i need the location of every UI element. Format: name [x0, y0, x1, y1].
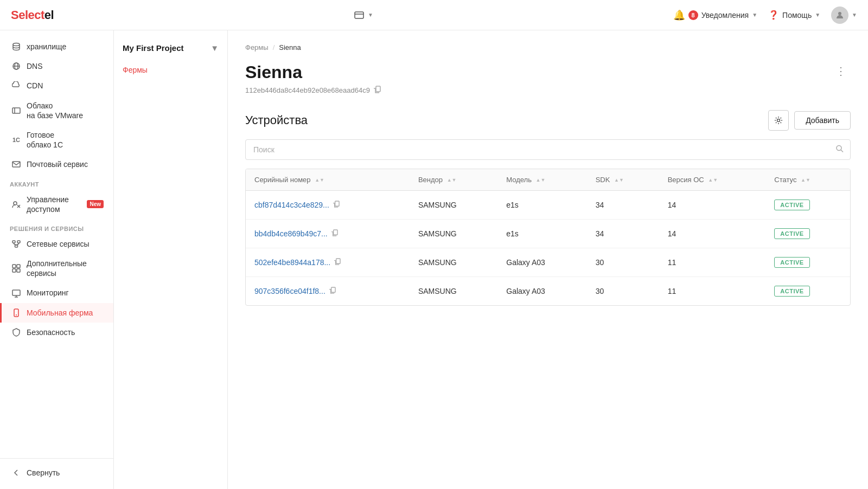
devices-title: Устройства [245, 113, 308, 127]
collapse-label: Свернуть [27, 468, 60, 478]
storage-icon [11, 42, 21, 52]
project-switcher[interactable]: ▼ [354, 10, 373, 21]
sidebar-item-mail[interactable]: Почтовый сервис [0, 155, 113, 174]
sidebar-item-monitoring[interactable]: Мониторинг [0, 283, 113, 303]
td-os-3: 11 [659, 277, 766, 306]
th-serial[interactable]: Серийный номер ▲▼ [246, 169, 410, 191]
primary-sidebar: хранилище DNS CDN Облакона базе VMware 1… [0, 30, 114, 489]
mobile-icon [11, 308, 21, 318]
sidebar-item-1c[interactable]: 1С Готовоеоблако 1С [0, 125, 113, 155]
help-chevron: ▼ [815, 12, 820, 18]
td-serial-2: 502efe4be8944a178... [246, 248, 410, 277]
sort-sdk[interactable]: ▲▼ [614, 178, 624, 183]
table-row: cbf87d414c3c4e829... SAMSUNG e1s 34 14 A… [246, 191, 850, 220]
serial-link-3[interactable]: 907c356f6ce04f1f8... [254, 287, 401, 295]
sort-status[interactable]: ▲▼ [801, 178, 810, 183]
th-os[interactable]: Версия ОС ▲▼ [659, 169, 766, 191]
network-icon [11, 239, 21, 249]
td-status-2: ACTIVE [765, 248, 850, 277]
logo[interactable]: Selectel [11, 8, 54, 22]
access-badge-new: New [87, 200, 104, 208]
th-vendor[interactable]: Вендор ▲▼ [410, 169, 497, 191]
table-row: bb4db4ce869b49c7... SAMSUNG e1s 34 14 AC… [246, 220, 850, 248]
th-status-label: Статус [774, 176, 796, 184]
th-model-label: Модель [506, 176, 532, 184]
status-badge-1: ACTIVE [774, 228, 809, 239]
status-badge-2: ACTIVE [774, 257, 809, 268]
main-content: Фермы / Sienna Sienna ⋮ 112eb446da8c44eb… [228, 30, 868, 489]
td-vendor-3: SAMSUNG [410, 277, 497, 306]
td-vendor-2: SAMSUNG [410, 248, 497, 277]
sidebar-item-network[interactable]: Сетевые сервисы [0, 234, 113, 254]
secondary-nav-farms[interactable]: Фермы [114, 61, 227, 79]
sidebar-item-vmware[interactable]: Облакона базе VMware [0, 96, 113, 125]
th-model[interactable]: Модель ▲▼ [497, 169, 586, 191]
sidebar-label-access: Управление доступом [27, 195, 79, 214]
td-serial-3: 907c356f6ce04f1f8... [246, 277, 410, 306]
table-row: 502efe4be8944a178... SAMSUNG Galaxy A03 … [246, 248, 850, 277]
sidebar-item-mobile[interactable]: Мобильная ферма [0, 303, 113, 323]
th-sdk[interactable]: SDK ▲▼ [587, 169, 659, 191]
th-serial-label: Серийный номер [254, 176, 311, 184]
main-layout: хранилище DNS CDN Облакона базе VMware 1… [0, 30, 868, 489]
user-chevron: ▼ [852, 12, 857, 18]
sort-vendor[interactable]: ▲▼ [447, 178, 457, 183]
copy-serial-btn-3[interactable] [329, 287, 336, 295]
copy-id-btn[interactable] [373, 86, 381, 95]
breadcrumb-farms[interactable]: Фермы [245, 43, 269, 52]
notifications-button[interactable]: 🔔 8 Уведомления ▼ [673, 9, 757, 21]
sidebar-item-access[interactable]: Управление доступом New [0, 190, 113, 219]
serial-link-0[interactable]: cbf87d414c3c4e829... [254, 201, 401, 209]
sidebar-item-cdn[interactable]: CDN [0, 76, 113, 95]
breadcrumb: Фермы / Sienna [245, 43, 851, 52]
settings-btn[interactable] [768, 110, 789, 131]
sort-os[interactable]: ▲▼ [708, 178, 718, 183]
sidebar-section-account: Аккаунт [0, 175, 113, 190]
sort-model[interactable]: ▲▼ [536, 178, 546, 183]
table-header: Серийный номер ▲▼ Вендор ▲▼ Модель ▲▼ [246, 169, 850, 191]
monitoring-icon [11, 288, 21, 298]
add-device-btn[interactable]: Добавить [794, 111, 851, 130]
help-button[interactable]: ❓ Помощь ▼ [768, 10, 820, 20]
td-os-2: 11 [659, 248, 766, 277]
more-options-btn[interactable]: ⋮ [831, 62, 851, 80]
security-icon [11, 327, 21, 337]
search-icon [835, 145, 844, 153]
svg-rect-22 [12, 269, 16, 272]
sort-serial[interactable]: ▲▼ [315, 178, 324, 183]
svg-point-3 [13, 43, 20, 46]
collapse-icon [11, 468, 21, 478]
user-menu[interactable]: ▼ [831, 7, 857, 24]
project-name: My First Project [123, 43, 184, 53]
sidebar-item-dns[interactable]: DNS [0, 56, 113, 76]
search-button[interactable] [835, 145, 844, 155]
sidebar-item-extra[interactable]: Дополнительныесервисы [0, 254, 113, 283]
svg-rect-9 [12, 162, 20, 167]
sidebar-label-extra: Дополнительныесервисы [27, 259, 87, 278]
td-serial-0: cbf87d414c3c4e829... [246, 191, 410, 220]
td-os-0: 14 [659, 191, 766, 220]
serial-link-2[interactable]: 502efe4be8944a178... [254, 258, 401, 267]
sidebar-item-security[interactable]: Безопасность [0, 323, 113, 342]
svg-rect-33 [335, 201, 339, 206]
1c-icon: 1С [11, 135, 21, 145]
svg-rect-27 [14, 309, 18, 317]
search-input[interactable] [245, 139, 851, 160]
th-os-label: Версия ОС [668, 176, 704, 184]
page-id: 112eb446da8c44eb92e08e68eaad64c9 [245, 86, 851, 95]
td-serial-1: bb4db4ce869b49c7... [246, 220, 410, 248]
td-status-0: ACTIVE [765, 191, 850, 220]
sidebar-bottom: Свернуть [0, 458, 113, 482]
serial-link-1[interactable]: bb4db4ce869b49c7... [254, 229, 401, 238]
project-dropdown-btn[interactable]: ▼ [210, 43, 219, 53]
copy-serial-btn-1[interactable] [331, 229, 338, 238]
svg-rect-20 [12, 265, 16, 268]
th-status[interactable]: Статус ▲▼ [765, 169, 850, 191]
copy-serial-btn-0[interactable] [333, 201, 340, 209]
sidebar-item-storage[interactable]: хранилище [0, 37, 113, 56]
search-bar [245, 139, 851, 160]
copy-serial-btn-2[interactable] [334, 258, 341, 267]
add-btn-label: Добавить [806, 116, 839, 125]
sidebar-collapse-btn[interactable]: Свернуть [0, 463, 113, 482]
access-icon [11, 200, 21, 209]
